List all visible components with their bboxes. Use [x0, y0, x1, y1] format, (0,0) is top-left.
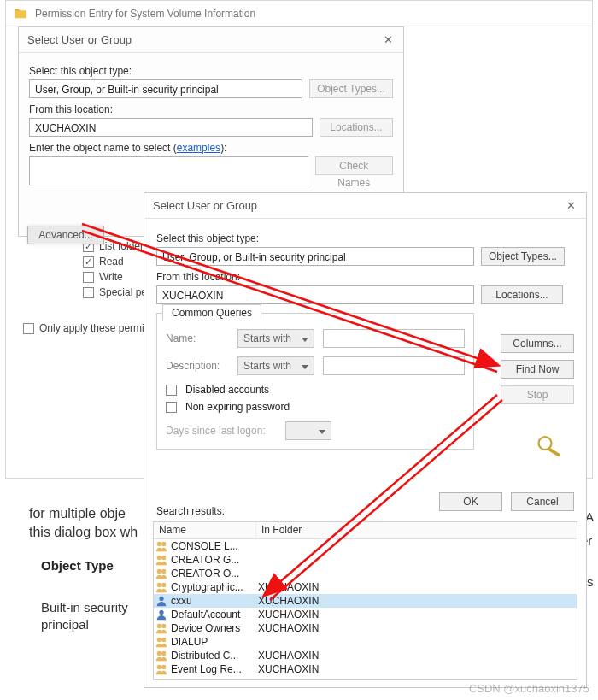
checkbox-icon[interactable]: [83, 272, 94, 283]
result-folder: [256, 553, 577, 567]
svg-point-2: [157, 542, 161, 546]
svg-point-7: [161, 569, 166, 574]
days-since-logon-select[interactable]: [285, 421, 331, 440]
ok-button[interactable]: OK: [439, 492, 502, 511]
result-name: CREATOR G...: [169, 553, 256, 567]
search-results-label: Search results:: [156, 505, 225, 517]
svg-point-9: [161, 583, 166, 587]
enter-name-suffix: ):: [220, 142, 226, 154]
find-icon: [535, 432, 566, 456]
cancel-button[interactable]: Cancel: [511, 492, 574, 511]
close-icon[interactable]: ✕: [381, 33, 395, 47]
advanced-button[interactable]: Advanced...: [27, 226, 104, 244]
description-mode-select[interactable]: Starts with: [237, 356, 314, 375]
checkbox-icon[interactable]: [166, 402, 177, 413]
location-label: From this location:: [29, 103, 393, 115]
results-header[interactable]: Name In Folder: [154, 522, 577, 539]
bg-heading: Object Type: [41, 558, 114, 573]
bg-text: this dialog box wh: [29, 525, 138, 540]
user-icon: [154, 608, 169, 621]
group-icon: [154, 621, 169, 635]
svg-point-11: [159, 610, 163, 615]
svg-point-14: [157, 638, 161, 642]
only-apply-row[interactable]: Only apply these permiss: [23, 322, 155, 334]
columns-button[interactable]: Columns...: [501, 334, 574, 353]
result-row[interactable]: CREATOR G...: [154, 553, 577, 567]
result-folder: XUCHAOXIN: [256, 662, 577, 676]
svg-point-8: [157, 583, 161, 587]
only-apply-label: Only apply these permiss: [39, 322, 155, 334]
name-mode-select[interactable]: Starts with: [237, 329, 314, 348]
check-names-button[interactable]: Check Names: [315, 156, 393, 175]
location-field[interactable]: XUCHAOXIN: [29, 118, 313, 137]
location-field[interactable]: XUCHAOXIN: [156, 285, 474, 304]
stop-button[interactable]: Stop: [501, 385, 574, 404]
permission-entry-titlebar: Permission Entry for System Volume Infor…: [6, 1, 592, 26]
result-row[interactable]: Distributed C...XUCHAOXIN: [154, 649, 577, 662]
result-folder: [256, 539, 577, 553]
object-types-button[interactable]: Object Types...: [481, 247, 565, 266]
folder-icon: [13, 6, 28, 21]
name-filter-label: Name:: [166, 332, 229, 344]
select-user-group-advanced-dialog: Select User or Group ✕ Select this objec…: [144, 192, 587, 688]
result-name: Cryptographic...: [169, 580, 256, 594]
svg-point-16: [157, 651, 161, 656]
svg-point-12: [157, 624, 161, 628]
user-icon: [154, 594, 169, 608]
locations-button[interactable]: Locations...: [481, 285, 563, 304]
bg-text: principal: [41, 617, 89, 632]
svg-point-3: [161, 542, 166, 546]
svg-point-10: [159, 597, 163, 601]
result-row[interactable]: Device OwnersXUCHAOXIN: [154, 621, 577, 635]
svg-point-6: [157, 569, 161, 574]
locations-button[interactable]: Locations...: [320, 118, 393, 137]
group-icon: [154, 539, 169, 553]
object-type-field[interactable]: User, Group, or Built-in security princi…: [156, 247, 474, 266]
checkbox-icon[interactable]: [83, 256, 94, 268]
object-type-label: Select this object type:: [29, 65, 393, 77]
result-row[interactable]: Cryptographic...XUCHAOXIN: [154, 580, 577, 594]
name-filter-input[interactable]: [323, 329, 465, 348]
permission-entry-title: Permission Entry for System Volume Infor…: [35, 8, 255, 20]
result-folder: [256, 567, 577, 580]
search-results-list[interactable]: Name In Folder CONSOLE L...CREATOR G...C…: [153, 521, 577, 680]
result-name: CONSOLE L...: [169, 539, 256, 553]
checkbox-icon[interactable]: [23, 323, 34, 334]
enter-name-label: Enter the object name to select (example…: [29, 142, 393, 154]
result-row[interactable]: cxxuXUCHAOXIN: [154, 594, 577, 608]
result-row[interactable]: DefaultAccountXUCHAOXIN: [154, 608, 577, 621]
col-name[interactable]: Name: [154, 522, 256, 538]
examples-link[interactable]: examples: [177, 142, 220, 154]
perm-label: Write: [99, 271, 123, 283]
dialog-title: Select User or Group: [153, 199, 257, 212]
description-filter-label: Description:: [166, 360, 229, 372]
result-folder: XUCHAOXIN: [256, 621, 577, 635]
object-name-input[interactable]: [29, 156, 308, 185]
common-queries-group: Common Queries Name: Starts with Descrip…: [156, 313, 474, 450]
dialog-titlebar: Select User or Group ✕: [19, 27, 403, 53]
bg-text: Built-in security: [41, 600, 128, 615]
common-queries-tab[interactable]: Common Queries: [162, 304, 261, 321]
result-row[interactable]: DIALUP: [154, 635, 577, 649]
checkbox-icon[interactable]: [166, 385, 177, 396]
svg-point-18: [157, 665, 161, 669]
result-folder: XUCHAOXIN: [256, 594, 577, 608]
object-type-field[interactable]: User, Group, or Built-in security princi…: [29, 79, 302, 98]
non-expiring-label: Non expiring password: [185, 401, 290, 413]
group-icon: [154, 553, 169, 567]
result-row[interactable]: CREATOR O...: [154, 567, 577, 580]
svg-rect-1: [548, 447, 561, 456]
checkbox-icon[interactable]: [83, 287, 94, 298]
object-types-button[interactable]: Object Types...: [309, 79, 393, 98]
close-icon[interactable]: ✕: [564, 199, 577, 213]
description-filter-input[interactable]: [323, 356, 465, 375]
enter-name-prefix: Enter the object name to select (: [29, 142, 177, 154]
group-icon: [154, 567, 169, 580]
result-row[interactable]: CONSOLE L...: [154, 539, 577, 553]
col-folder[interactable]: In Folder: [256, 522, 577, 538]
object-type-label: Select this object type:: [156, 232, 574, 244]
group-icon: [154, 580, 169, 594]
result-row[interactable]: Event Log Re...XUCHAOXIN: [154, 662, 577, 676]
result-name: CREATOR O...: [169, 567, 256, 580]
find-now-button[interactable]: Find Now: [501, 360, 574, 379]
